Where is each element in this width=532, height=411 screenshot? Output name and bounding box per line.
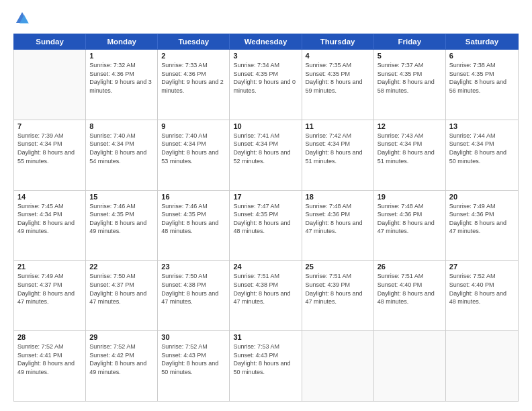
day-info: Sunrise: 7:40 AM Sunset: 4:34 PM Dayligh… [89, 132, 154, 165]
calendar-header: SundayMondayTuesdayWednesdayThursdayFrid… [13, 34, 519, 50]
day-number: 7 [17, 122, 82, 130]
day-number: 31 [233, 333, 298, 341]
day-info: Sunrise: 7:50 AM Sunset: 4:37 PM Dayligh… [89, 272, 154, 306]
day-number: 15 [89, 193, 154, 201]
calendar-cell: 25Sunrise: 7:51 AM Sunset: 4:39 PM Dayli… [302, 261, 374, 330]
day-number: 28 [17, 333, 82, 341]
calendar-cell: 13Sunrise: 7:44 AM Sunset: 4:34 PM Dayli… [446, 120, 518, 190]
day-number: 11 [306, 122, 370, 130]
calendar-cell [302, 331, 374, 401]
calendar-body: 1Sunrise: 7:32 AM Sunset: 4:36 PM Daylig… [13, 50, 519, 402]
day-info: Sunrise: 7:52 AM Sunset: 4:40 PM Dayligh… [449, 272, 515, 306]
calendar: SundayMondayTuesdayWednesdayThursdayFrid… [13, 34, 519, 402]
day-number: 10 [233, 122, 298, 130]
day-info: Sunrise: 7:53 AM Sunset: 4:43 PM Dayligh… [233, 342, 298, 376]
calendar-cell: 12Sunrise: 7:43 AM Sunset: 4:34 PM Dayli… [374, 120, 446, 190]
day-number: 12 [378, 122, 442, 130]
day-number: 4 [306, 52, 370, 60]
day-number: 3 [233, 52, 298, 60]
day-info: Sunrise: 7:40 AM Sunset: 4:34 PM Dayligh… [161, 132, 226, 165]
day-info: Sunrise: 7:50 AM Sunset: 4:38 PM Dayligh… [161, 272, 226, 306]
calendar-cell: 22Sunrise: 7:50 AM Sunset: 4:37 PM Dayli… [86, 261, 158, 330]
day-info: Sunrise: 7:48 AM Sunset: 4:36 PM Dayligh… [306, 202, 370, 236]
header [13, 12, 519, 26]
calendar-row-1: 7Sunrise: 7:39 AM Sunset: 4:34 PM Daylig… [14, 120, 518, 191]
header-day-monday: Monday [86, 34, 158, 49]
day-number: 1 [89, 52, 154, 60]
calendar-cell: 18Sunrise: 7:48 AM Sunset: 4:36 PM Dayli… [302, 191, 374, 261]
day-info: Sunrise: 7:51 AM Sunset: 4:39 PM Dayligh… [306, 272, 370, 306]
header-day-tuesday: Tuesday [158, 34, 230, 49]
calendar-cell: 26Sunrise: 7:51 AM Sunset: 4:40 PM Dayli… [374, 261, 446, 330]
calendar-cell: 10Sunrise: 7:41 AM Sunset: 4:34 PM Dayli… [230, 120, 302, 190]
day-number: 25 [306, 263, 370, 271]
day-info: Sunrise: 7:34 AM Sunset: 4:35 PM Dayligh… [233, 61, 298, 95]
calendar-cell: 17Sunrise: 7:47 AM Sunset: 4:35 PM Dayli… [230, 191, 302, 261]
day-info: Sunrise: 7:43 AM Sunset: 4:34 PM Dayligh… [378, 132, 442, 165]
calendar-cell: 6Sunrise: 7:38 AM Sunset: 4:35 PM Daylig… [446, 50, 518, 120]
day-number: 29 [89, 333, 154, 341]
calendar-cell: 2Sunrise: 7:33 AM Sunset: 4:36 PM Daylig… [158, 50, 230, 120]
calendar-cell: 24Sunrise: 7:51 AM Sunset: 4:38 PM Dayli… [230, 261, 302, 330]
day-info: Sunrise: 7:46 AM Sunset: 4:35 PM Dayligh… [89, 202, 154, 236]
day-number: 26 [378, 263, 442, 271]
calendar-cell: 28Sunrise: 7:52 AM Sunset: 4:41 PM Dayli… [14, 331, 86, 401]
day-info: Sunrise: 7:51 AM Sunset: 4:38 PM Dayligh… [233, 272, 298, 306]
day-number: 20 [449, 193, 515, 201]
day-info: Sunrise: 7:32 AM Sunset: 4:36 PM Dayligh… [89, 61, 154, 95]
day-info: Sunrise: 7:44 AM Sunset: 4:34 PM Dayligh… [449, 132, 515, 165]
day-info: Sunrise: 7:52 AM Sunset: 4:43 PM Dayligh… [161, 342, 226, 376]
day-number: 24 [233, 263, 298, 271]
calendar-cell: 14Sunrise: 7:45 AM Sunset: 4:34 PM Dayli… [14, 191, 86, 261]
calendar-cell: 11Sunrise: 7:42 AM Sunset: 4:34 PM Dayli… [302, 120, 374, 190]
calendar-cell [374, 331, 446, 401]
day-info: Sunrise: 7:47 AM Sunset: 4:35 PM Dayligh… [233, 202, 298, 236]
day-number: 27 [449, 263, 515, 271]
calendar-cell: 7Sunrise: 7:39 AM Sunset: 4:34 PM Daylig… [14, 120, 86, 190]
calendar-cell: 9Sunrise: 7:40 AM Sunset: 4:34 PM Daylig… [158, 120, 230, 190]
day-number: 9 [161, 122, 226, 130]
day-info: Sunrise: 7:51 AM Sunset: 4:40 PM Dayligh… [378, 272, 442, 306]
calendar-cell: 20Sunrise: 7:49 AM Sunset: 4:36 PM Dayli… [446, 191, 518, 261]
calendar-cell: 1Sunrise: 7:32 AM Sunset: 4:36 PM Daylig… [86, 50, 158, 120]
day-info: Sunrise: 7:49 AM Sunset: 4:37 PM Dayligh… [17, 272, 82, 306]
day-number: 6 [449, 52, 515, 60]
calendar-cell: 30Sunrise: 7:52 AM Sunset: 4:43 PM Dayli… [158, 331, 230, 401]
day-info: Sunrise: 7:52 AM Sunset: 4:42 PM Dayligh… [89, 342, 154, 376]
header-day-saturday: Saturday [446, 34, 518, 49]
logo [13, 12, 30, 26]
calendar-row-2: 14Sunrise: 7:45 AM Sunset: 4:34 PM Dayli… [14, 191, 518, 261]
day-number: 18 [306, 193, 370, 201]
calendar-cell: 23Sunrise: 7:50 AM Sunset: 4:38 PM Dayli… [158, 261, 230, 330]
page: SundayMondayTuesdayWednesdayThursdayFrid… [0, 0, 532, 411]
day-number: 13 [449, 122, 515, 130]
day-info: Sunrise: 7:52 AM Sunset: 4:41 PM Dayligh… [17, 342, 82, 376]
day-number: 2 [161, 52, 226, 60]
calendar-row-3: 21Sunrise: 7:49 AM Sunset: 4:37 PM Dayli… [14, 261, 518, 331]
calendar-cell [446, 331, 518, 401]
day-number: 22 [89, 263, 154, 271]
calendar-cell: 29Sunrise: 7:52 AM Sunset: 4:42 PM Dayli… [86, 331, 158, 401]
header-day-wednesday: Wednesday [230, 34, 302, 49]
day-info: Sunrise: 7:45 AM Sunset: 4:34 PM Dayligh… [17, 202, 82, 236]
logo-icon [15, 11, 30, 26]
day-info: Sunrise: 7:49 AM Sunset: 4:36 PM Dayligh… [449, 202, 515, 236]
calendar-cell: 8Sunrise: 7:40 AM Sunset: 4:34 PM Daylig… [86, 120, 158, 190]
calendar-cell: 15Sunrise: 7:46 AM Sunset: 4:35 PM Dayli… [86, 191, 158, 261]
calendar-cell: 3Sunrise: 7:34 AM Sunset: 4:35 PM Daylig… [230, 50, 302, 120]
day-number: 17 [233, 193, 298, 201]
day-number: 30 [161, 333, 226, 341]
day-info: Sunrise: 7:35 AM Sunset: 4:35 PM Dayligh… [306, 61, 370, 95]
day-number: 16 [161, 193, 226, 201]
day-number: 5 [378, 52, 442, 60]
day-info: Sunrise: 7:42 AM Sunset: 4:34 PM Dayligh… [306, 132, 370, 165]
day-info: Sunrise: 7:37 AM Sunset: 4:35 PM Dayligh… [378, 61, 442, 95]
day-number: 23 [161, 263, 226, 271]
header-day-thursday: Thursday [302, 34, 374, 49]
header-day-friday: Friday [374, 34, 446, 49]
calendar-cell [14, 50, 86, 120]
day-info: Sunrise: 7:33 AM Sunset: 4:36 PM Dayligh… [161, 61, 226, 95]
day-number: 14 [17, 193, 82, 201]
calendar-cell: 5Sunrise: 7:37 AM Sunset: 4:35 PM Daylig… [374, 50, 446, 120]
day-info: Sunrise: 7:48 AM Sunset: 4:36 PM Dayligh… [378, 202, 442, 236]
